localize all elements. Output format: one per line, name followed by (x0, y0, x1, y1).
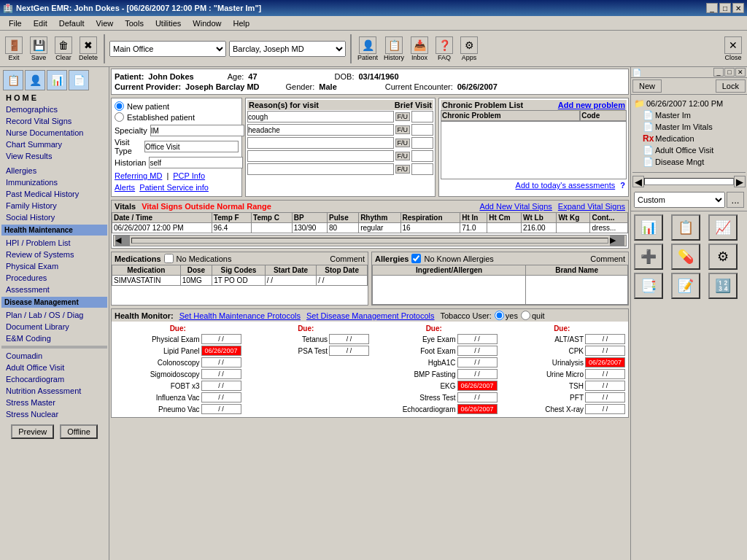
tree-item-medication[interactable]: Rx Medication (634, 133, 744, 144)
lock-button[interactable]: Lock (716, 79, 746, 93)
alerts-link[interactable]: Alerts (115, 183, 135, 192)
provider-select[interactable]: Barclay, Joseph MD (229, 41, 346, 57)
add-problem-link[interactable]: Add new problem (558, 101, 625, 109)
tree-item-master-im[interactable]: 📄 Master Im (634, 109, 744, 121)
preview-button[interactable]: Preview (11, 424, 54, 439)
faq-button[interactable]: ❓ FAQ (433, 35, 455, 63)
right-panel-close-btn[interactable]: ✕ (735, 68, 746, 77)
sidebar-item-echo[interactable]: Echocardiogram (1, 373, 107, 385)
tree-item-disease-mngt[interactable]: 📄 Disease Mngt (634, 156, 744, 168)
add-assessments-link[interactable]: Add to today's assessments (516, 181, 616, 190)
sidebar-item-allergies[interactable]: Allergies (1, 165, 107, 176)
reason-input-1[interactable] (247, 124, 394, 136)
historian-input[interactable] (149, 157, 243, 168)
right-icon-btn-9[interactable]: 🔢 (708, 273, 738, 299)
no-meds-checkbox[interactable] (164, 254, 174, 263)
right-icon-btn-8[interactable]: 📝 (671, 273, 700, 299)
fu-button-0[interactable]: F/U (395, 112, 411, 121)
reason-extra-2[interactable] (411, 137, 433, 149)
vitals-scroll-track[interactable] (131, 238, 608, 244)
new-patient-radio[interactable] (115, 101, 124, 111)
reason-extra-3[interactable] (411, 150, 433, 162)
menu-default[interactable]: Default (53, 18, 90, 29)
menu-window[interactable]: Window (187, 18, 227, 29)
no-known-allergies-checkbox[interactable] (411, 254, 421, 263)
menu-utilities[interactable]: Utilities (150, 18, 187, 29)
right-icon-btn-1[interactable]: 📊 (634, 214, 663, 241)
delete-button[interactable]: ✖ Delete (77, 35, 99, 63)
visit-type-input[interactable] (144, 141, 239, 152)
clear-button[interactable]: 🗑 Clear (53, 35, 74, 63)
menu-view[interactable]: View (90, 18, 120, 29)
custom-more-button[interactable]: ... (727, 192, 744, 208)
exit-button[interactable]: 🚪 Exit (3, 35, 25, 63)
sidebar-item-plan-lab[interactable]: Plan / Lab / OS / Diag (1, 309, 107, 321)
apps-button[interactable]: ⚙ Apps (458, 35, 480, 63)
minimize-button[interactable]: _ (706, 3, 718, 13)
menu-tools[interactable]: Tools (119, 18, 150, 29)
tree-date-folder[interactable]: 📁 06/26/2007 12:00 PM (634, 98, 744, 109)
pcp-info-link[interactable]: PCP Info (173, 171, 205, 180)
sidebar-item-document-library[interactable]: Document Library (1, 321, 107, 332)
right-icon-btn-2[interactable]: 📋 (671, 214, 700, 241)
sidebar-item-review-systems[interactable]: Review of Systems (1, 249, 107, 260)
sidebar-item-view-results[interactable]: View Results (1, 150, 107, 162)
office-select[interactable]: Main Office (109, 41, 226, 57)
reason-extra-0[interactable] (411, 111, 433, 122)
sidebar-item-nurse-documentation[interactable]: Nurse Documentation (1, 127, 107, 139)
right-scroll-track[interactable] (644, 178, 734, 185)
sidebar-icon-4[interactable]: 📄 (69, 70, 89, 90)
sidebar-item-chart-summary[interactable]: Chart Summary (1, 139, 107, 150)
help-icon[interactable]: ? (620, 181, 625, 190)
sidebar-item-assessment[interactable]: Assessment (1, 284, 107, 295)
sidebar-icon-3[interactable]: 📊 (47, 70, 67, 90)
sidebar-item-immunizations[interactable]: Immunizations (1, 176, 107, 188)
sidebar-item-procedures[interactable]: Procedures (1, 272, 107, 284)
close-button[interactable]: ✕ (732, 3, 744, 13)
sidebar-item-physical-exam[interactable]: Physical Exam (1, 260, 107, 272)
reason-extra-4[interactable] (411, 163, 433, 175)
vitals-scroll-right[interactable]: ▶ (610, 236, 624, 246)
vitals-scrollbar[interactable]: ◀ ▶ (113, 235, 627, 246)
reason-input-3[interactable] (247, 150, 394, 162)
tobacco-yes-radio[interactable] (495, 311, 504, 320)
sidebar-item-nutrition[interactable]: Nutrition Assessment (1, 385, 107, 397)
maximize-button[interactable]: □ (719, 3, 731, 13)
right-panel-max-btn[interactable]: □ (724, 68, 735, 77)
patient-service-link[interactable]: Patient Service info (139, 183, 209, 192)
right-icon-btn-6[interactable]: ⚙ (708, 244, 738, 270)
inbox-button[interactable]: 📥 Inbox (409, 35, 430, 63)
sidebar-icon-1[interactable]: 📋 (3, 70, 23, 90)
right-scroll-left-btn[interactable]: ◀ (632, 176, 644, 187)
reason-input-0[interactable] (247, 111, 394, 122)
right-scroll-right-btn[interactable]: ▶ (734, 176, 746, 187)
sidebar-item-coumadin[interactable]: Coumadin (1, 350, 107, 362)
sidebar-item-record-vital-signs[interactable]: Record Vital Signs (1, 115, 107, 127)
right-panel-minimize-btn[interactable]: _ (713, 68, 724, 77)
right-icon-btn-5[interactable]: 💊 (671, 244, 700, 270)
save-button[interactable]: 💾 Save (28, 35, 50, 63)
sidebar-item-family-history[interactable]: Family History (1, 200, 107, 211)
specialty-input[interactable] (150, 125, 244, 136)
reason-input-4[interactable] (247, 163, 394, 175)
sidebar-item-home[interactable]: H O M E (1, 92, 107, 104)
sidebar-item-hpi[interactable]: HPI / Problem List (1, 237, 107, 249)
right-icon-btn-7[interactable]: 📑 (634, 273, 663, 299)
fu-button-1[interactable]: F/U (395, 125, 411, 134)
fu-button-4[interactable]: F/U (395, 165, 411, 174)
fu-button-2[interactable]: F/U (395, 139, 411, 147)
health-maintenance-link[interactable]: Set Health Maintenance Protocols (179, 311, 301, 320)
sidebar-item-stress-master[interactable]: Stress Master (1, 397, 107, 408)
sidebar-item-em-coding[interactable]: E&M Coding (1, 332, 107, 344)
reason-extra-1[interactable] (411, 124, 433, 136)
offline-button[interactable]: Offline (60, 424, 98, 439)
sidebar-item-past-medical[interactable]: Past Medical History (1, 188, 107, 200)
add-vital-signs-link[interactable]: Add New Vital Signs (479, 202, 551, 211)
history-button[interactable]: 📋 History (382, 35, 406, 63)
fu-button-3[interactable]: F/U (395, 152, 411, 160)
close-window-button[interactable]: ✕ Close (722, 35, 744, 63)
menu-file[interactable]: File (3, 18, 28, 29)
sidebar-item-demographics[interactable]: Demographics (1, 104, 107, 115)
menu-edit[interactable]: Edit (28, 18, 53, 29)
sidebar-item-adult-office[interactable]: Adult Office Visit (1, 362, 107, 373)
